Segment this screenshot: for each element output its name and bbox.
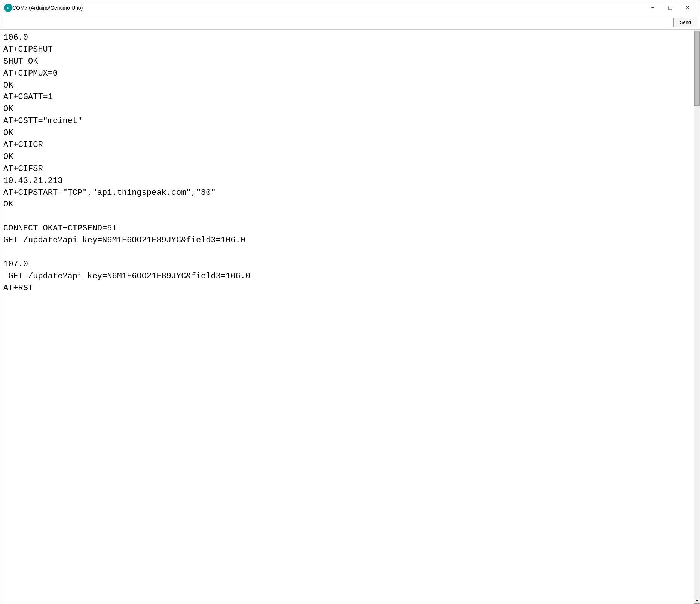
toolbar: Send [0, 15, 700, 30]
minimize-button[interactable]: − [644, 2, 661, 14]
maximize-button[interactable]: □ [661, 2, 679, 14]
main-window: ∞ COM7 (Arduino/Genuino Uno) − □ ✕ Send … [0, 0, 700, 604]
window-title: COM7 (Arduino/Genuino Uno) [12, 5, 644, 11]
scrollbar-track: ▲ ▼ [694, 30, 700, 604]
serial-input[interactable] [3, 18, 672, 27]
scrollbar-thumb[interactable] [694, 31, 700, 106]
scrollbar-down-arrow[interactable]: ▼ [694, 598, 700, 604]
close-button[interactable]: ✕ [679, 2, 696, 14]
window-controls: − □ ✕ [644, 2, 696, 14]
title-bar: ∞ COM7 (Arduino/Genuino Uno) − □ ✕ [0, 0, 700, 15]
serial-content-wrapper: 106.0 AT+CIPSHUT SHUT OK AT+CIPMUX=0 OK … [0, 30, 700, 604]
app-icon: ∞ [4, 4, 12, 12]
serial-output[interactable]: 106.0 AT+CIPSHUT SHUT OK AT+CIPMUX=0 OK … [0, 30, 694, 604]
send-button[interactable]: Send [673, 18, 697, 27]
